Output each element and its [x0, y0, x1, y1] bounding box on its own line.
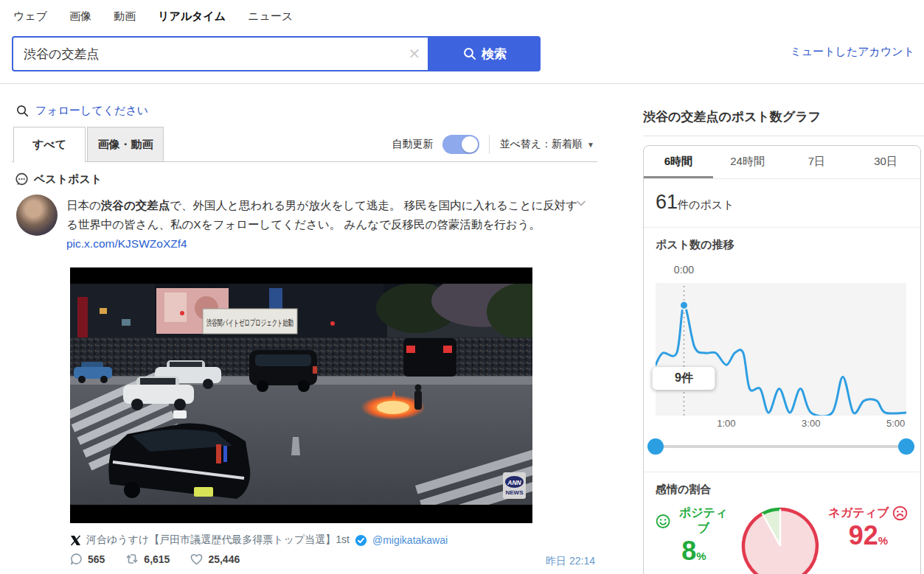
- toggle-knob: [462, 136, 478, 153]
- sentiment-title: 感情の割合: [656, 483, 909, 497]
- post-timestamp[interactable]: 昨日 22:14: [546, 555, 595, 568]
- trend-title: ポスト数の推移: [656, 238, 909, 252]
- sentiment-pie-svg: [732, 505, 828, 574]
- nav-news[interactable]: ニュース: [248, 10, 293, 24]
- badge-line1: ANN: [507, 479, 521, 486]
- search-icon: [16, 105, 29, 117]
- result-controls: 自動更新 並べ替え：新着順 ▼: [392, 127, 594, 162]
- video-scene: 渋谷闇バイトゼロプロジェクト始動: [70, 267, 532, 523]
- dark-pickup: [403, 338, 456, 377]
- author-handle[interactable]: @migikatakawai: [372, 534, 448, 546]
- billboard-text: 渋谷闇バイトゼロプロジェクト始動: [206, 318, 293, 328]
- avatar[interactable]: [16, 195, 58, 236]
- x-axis: 1:00 3:00 5:00: [656, 418, 906, 433]
- sentiment-row: ポジティブ 8% ネガティブ 92%: [656, 505, 909, 574]
- sort-caret-icon: ▼: [587, 141, 594, 149]
- sort-dropdown[interactable]: 並べ替え：新着順 ▼: [499, 138, 594, 151]
- positive-icon: [656, 514, 670, 529]
- repost-icon: [125, 553, 139, 565]
- auto-update-toggle[interactable]: [442, 135, 479, 154]
- like-icon: [190, 553, 203, 565]
- best-post-label: ベストポスト: [34, 172, 102, 186]
- reply-icon: [70, 553, 83, 565]
- trend-tooltip: 9件: [653, 367, 715, 390]
- search-input[interactable]: [13, 46, 401, 61]
- sort-label: 並べ替え：新着順: [499, 138, 583, 151]
- percent-sign: %: [878, 534, 888, 547]
- slider-handle-left[interactable]: [647, 438, 664, 455]
- muted-accounts-link[interactable]: ミュートしたアカウント: [790, 45, 914, 59]
- post-text-keyword: 渋谷の交差点: [101, 199, 170, 211]
- negative-icon: [892, 505, 908, 521]
- verified-badge-icon: [355, 534, 367, 547]
- trend-plot[interactable]: 9件: [656, 283, 906, 416]
- like-button[interactable]: 25,446: [190, 553, 240, 565]
- badge-line2: NEWS: [506, 489, 524, 496]
- post-menu-icon[interactable]: [575, 197, 587, 209]
- nav-realtime[interactable]: リアルタイム: [158, 10, 226, 24]
- video-thumbnail[interactable]: 渋谷闇バイトゼロプロジェクト始動: [70, 267, 532, 523]
- author-row: 河合ゆうすけ【戸田市議選歴代最多得票トップ当選】1st @migikatakaw…: [70, 533, 448, 547]
- positive-block: ポジティブ 8%: [656, 505, 732, 564]
- post-text-segment: 日本の: [66, 199, 101, 211]
- follow-suggestion-link[interactable]: フォローしてください: [35, 104, 148, 118]
- search-box: ✕: [12, 36, 429, 71]
- news-badge: ANN NEWS: [503, 472, 526, 499]
- nav-images[interactable]: 画像: [69, 10, 91, 24]
- post-graph-card: 6時間 24時間 7日 30日 61件のポスト ポスト数の推移 0:00 9件 …: [643, 145, 921, 574]
- positive-label: ポジティブ: [674, 505, 732, 536]
- page: ウェブ 画像 動画 リアルタイム ニュース ✕ 検索 ミュートしたアカウント フ…: [0, 0, 924, 574]
- repost-count: 6,615: [144, 553, 170, 565]
- tab-images-videos[interactable]: 画像・動画: [87, 127, 164, 162]
- negative-label: ネガティブ: [829, 505, 889, 521]
- slider-track[interactable]: [656, 445, 906, 448]
- post-count-suffix: 件のポスト: [678, 198, 734, 211]
- search-button-label: 検索: [482, 46, 507, 63]
- post-count-row: 61件のポスト: [644, 179, 920, 227]
- reply-button[interactable]: 565: [70, 553, 105, 565]
- nav-web[interactable]: ウェブ: [13, 10, 47, 24]
- x-logo-icon: [70, 535, 81, 546]
- positive-value: 8: [681, 536, 696, 566]
- top-nav: ウェブ 画像 動画 リアルタイム ニュース: [13, 10, 293, 24]
- nav-videos[interactable]: 動画: [114, 10, 136, 24]
- header-divider: [0, 83, 924, 84]
- controls-divider: [489, 135, 490, 154]
- best-post-icon: [15, 172, 29, 186]
- peak-time-label: 0:00: [674, 264, 694, 276]
- x-axis-label: 5:00: [886, 418, 905, 429]
- range-tab-24h[interactable]: 24時間: [713, 146, 782, 178]
- percent-sign: %: [696, 550, 706, 562]
- tab-all[interactable]: すべて: [13, 127, 86, 162]
- result-tabs: すべて 画像・動画 自動更新 並べ替え：新着順 ▼: [12, 127, 597, 162]
- negative-value: 92: [849, 520, 878, 550]
- sentiment-section: 感情の割合 ポジティブ 8% ネガティ: [644, 472, 920, 574]
- sidebar-title: 渋谷の交差点のポスト数グラフ: [643, 108, 821, 125]
- follow-row: フォローしてください: [16, 104, 148, 118]
- range-tab-30d[interactable]: 30日: [851, 146, 920, 178]
- repost-button[interactable]: 6,615: [125, 553, 170, 565]
- reply-count: 565: [88, 553, 105, 565]
- x-axis-label: 1:00: [717, 418, 735, 429]
- search-icon: [463, 47, 476, 60]
- post-media-link[interactable]: pic.x.com/KJSWZoXZf4: [66, 237, 187, 250]
- x-axis-label: 3:00: [802, 418, 820, 429]
- author-name[interactable]: 河合ゆうすけ【戸田市議選歴代最多得票トップ当選】1st: [86, 533, 350, 547]
- time-range-slider[interactable]: [656, 437, 906, 456]
- trend-chart-svg: [656, 283, 906, 416]
- sidebar-divider: [643, 136, 924, 136]
- stats-row: 565 6,615 25,446: [70, 553, 240, 565]
- range-tab-7d[interactable]: 7日: [782, 146, 852, 178]
- range-tab-6h[interactable]: 6時間: [644, 146, 713, 178]
- post-text: 日本の渋谷の交差点で、外国人と思われる男が放火をして逃走。 移民を国内に入れるこ…: [66, 196, 587, 253]
- trend-chart: 0:00 9件 1:00 3:00 5:00: [656, 283, 906, 456]
- range-tabs: 6時間 24時間 7日 30日: [644, 146, 920, 179]
- slider-handle-right[interactable]: [898, 438, 914, 455]
- clear-search-button[interactable]: ✕: [401, 45, 428, 63]
- post-count: 61: [656, 191, 678, 213]
- like-count: 25,446: [208, 553, 240, 565]
- negative-block: ネガティブ 92%: [828, 505, 909, 549]
- trend-section: ポスト数の推移 0:00 9件 1:00 3:00 5:00: [644, 228, 920, 456]
- search-button[interactable]: 検索: [429, 36, 541, 71]
- best-post-header: ベストポスト: [15, 172, 102, 186]
